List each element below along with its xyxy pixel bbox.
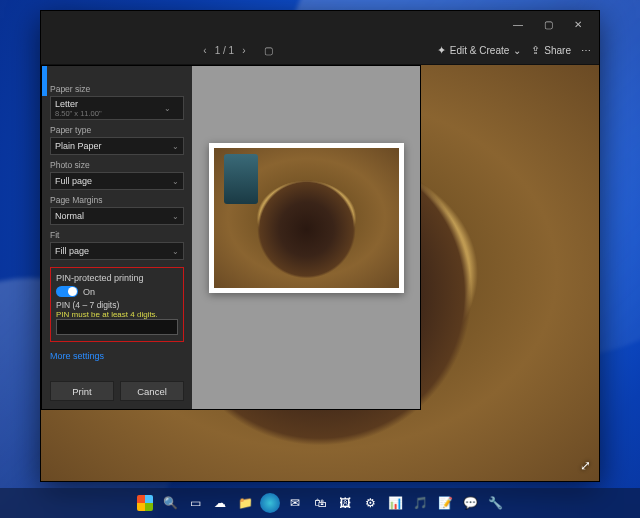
- paper-type-field: Paper type Plain Paper ⌄: [50, 125, 184, 155]
- edit-create-button[interactable]: ✦ Edit & Create ⌄: [437, 44, 521, 57]
- preview-thumbnail: [214, 148, 399, 288]
- accent-strip: [42, 66, 47, 96]
- taskbar-app-icon[interactable]: 🎵: [410, 493, 430, 513]
- prev-page-icon[interactable]: ‹: [203, 45, 206, 56]
- paper-type-label: Paper type: [50, 125, 184, 135]
- taskbar-app-icon[interactable]: 📊: [385, 493, 405, 513]
- widgets-icon[interactable]: ☁: [210, 493, 230, 513]
- pin-input[interactable]: [56, 319, 178, 335]
- photos-icon[interactable]: 🖼: [335, 493, 355, 513]
- taskbar-app-icon[interactable]: 🔧: [485, 493, 505, 513]
- paper-size-label: Paper size: [50, 84, 184, 94]
- photo-size-select[interactable]: Full page ⌄: [50, 172, 184, 190]
- paper-size-select[interactable]: Letter 8.50" x 11.00" ⌄: [50, 96, 184, 120]
- sparkle-icon: ✦: [437, 44, 446, 57]
- chevron-down-icon: ⌄: [172, 177, 179, 186]
- search-icon[interactable]: 🔍: [160, 493, 180, 513]
- page-margins-label: Page Margins: [50, 195, 184, 205]
- paper-type-value: Plain Paper: [55, 141, 102, 151]
- print-preview-area: [192, 66, 420, 409]
- settings-icon[interactable]: ⚙: [360, 493, 380, 513]
- chevron-down-icon: ⌄: [172, 247, 179, 256]
- fit-label: Fit: [50, 230, 184, 240]
- preview-page: [209, 143, 404, 293]
- window-close-button[interactable]: ✕: [563, 19, 593, 30]
- edit-create-label: Edit & Create: [450, 45, 509, 56]
- share-button[interactable]: ⇪ Share: [531, 44, 571, 57]
- store-icon[interactable]: 🛍: [310, 493, 330, 513]
- task-view-icon[interactable]: ▭: [185, 493, 205, 513]
- paper-size-field: Paper size Letter 8.50" x 11.00" ⌄: [50, 84, 184, 120]
- share-label: Share: [544, 45, 571, 56]
- paper-type-select[interactable]: Plain Paper ⌄: [50, 137, 184, 155]
- pin-protected-section: PIN-protected printing On PIN (4 – 7 dig…: [50, 267, 184, 342]
- chevron-down-icon: ⌄: [172, 212, 179, 221]
- fit-field: Fit Fill page ⌄: [50, 230, 184, 260]
- chevron-down-icon: ⌄: [164, 104, 171, 113]
- more-icon: ⋯: [581, 45, 591, 56]
- print-settings-panel: Paper size Letter 8.50" x 11.00" ⌄ Paper…: [42, 66, 192, 409]
- taskbar: 🔍 ▭ ☁ 📁 ✉ 🛍 🖼 ⚙ 📊 🎵 📝 💬 🔧: [0, 488, 640, 518]
- page-nav: ‹ 1 / 1 › ▢: [203, 45, 272, 56]
- pin-section-label: PIN-protected printing: [56, 273, 144, 283]
- pin-warning: PIN must be at least 4 digits.: [56, 310, 178, 319]
- print-button[interactable]: Print: [50, 381, 114, 401]
- chevron-down-icon: ⌄: [513, 45, 521, 56]
- pin-toggle[interactable]: [56, 286, 78, 297]
- pin-hint: PIN (4 – 7 digits): [56, 300, 178, 310]
- titlebar: — ▢ ✕: [41, 11, 599, 37]
- app-toolbar: ‹ 1 / 1 › ▢ ✦ Edit & Create ⌄ ⇪ Share ⋯: [41, 37, 599, 65]
- slideshow-icon[interactable]: ▢: [264, 45, 273, 56]
- photo-size-label: Photo size: [50, 160, 184, 170]
- window-minimize-button[interactable]: —: [503, 19, 533, 30]
- share-icon: ⇪: [531, 44, 540, 57]
- more-settings-link[interactable]: More settings: [50, 351, 184, 361]
- photo-size-value: Full page: [55, 176, 92, 186]
- fit-value: Fill page: [55, 246, 89, 256]
- fit-select[interactable]: Fill page ⌄: [50, 242, 184, 260]
- photo-size-field: Photo size Full page ⌄: [50, 160, 184, 190]
- mail-icon[interactable]: ✉: [285, 493, 305, 513]
- explorer-icon[interactable]: 📁: [235, 493, 255, 513]
- cancel-button[interactable]: Cancel: [120, 381, 184, 401]
- start-button[interactable]: [135, 493, 155, 513]
- page-margins-field: Page Margins Normal ⌄: [50, 195, 184, 225]
- next-page-icon[interactable]: ›: [242, 45, 245, 56]
- window-maximize-button[interactable]: ▢: [533, 19, 563, 30]
- page-margins-value: Normal: [55, 211, 84, 221]
- paper-size-sub: 8.50" x 11.00": [55, 109, 102, 118]
- paper-size-value: Letter: [55, 99, 78, 109]
- pin-on-label: On: [83, 287, 95, 297]
- page-margins-select[interactable]: Normal ⌄: [50, 207, 184, 225]
- page-indicator: 1 / 1: [215, 45, 234, 56]
- windows-logo-icon: [137, 495, 153, 511]
- fullscreen-icon[interactable]: ⤢: [580, 458, 591, 473]
- edge-icon[interactable]: [260, 493, 280, 513]
- print-dialog: Paper size Letter 8.50" x 11.00" ⌄ Paper…: [41, 65, 421, 410]
- taskbar-app-icon[interactable]: 💬: [460, 493, 480, 513]
- more-button[interactable]: ⋯: [581, 45, 591, 56]
- photos-app-window: — ▢ ✕ ‹ 1 / 1 › ▢ ✦ Edit & Create ⌄ ⇪ Sh…: [40, 10, 600, 482]
- taskbar-app-icon[interactable]: 📝: [435, 493, 455, 513]
- chevron-down-icon: ⌄: [172, 142, 179, 151]
